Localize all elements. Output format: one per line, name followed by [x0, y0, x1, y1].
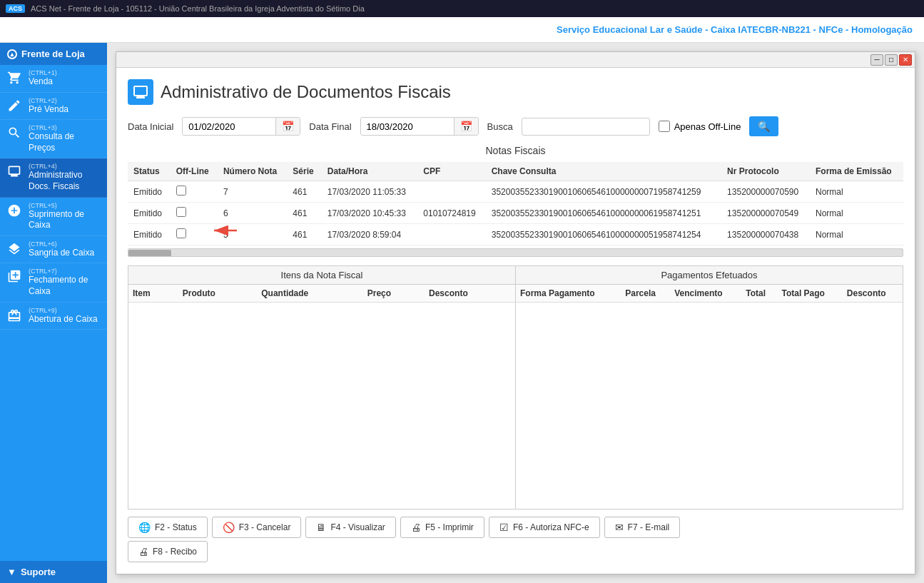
data-inicial-calendar-icon[interactable]: 📅 [275, 118, 300, 135]
administrativo-text: (CTRL+4) Administrativo Docs. Fiscais [29, 163, 100, 192]
cell-offline[interactable] [171, 224, 218, 245]
notas-fiscais-title: Notas Fiscais [128, 145, 903, 156]
cell-status: Emitido [128, 181, 171, 203]
search-icon [7, 126, 23, 141]
suprimento-text: (CTRL+5) Suprimento de Caixa [29, 202, 100, 231]
btn-f8[interactable]: 🖨 F8 - Recibo [128, 541, 208, 562]
btn-f3[interactable]: 🚫 F3 - Cancelar [212, 517, 302, 538]
cell-numero: 5 [218, 224, 287, 245]
btn-f7[interactable]: ✉ F7 - E-mail [604, 517, 681, 538]
btn-f2-label: F2 - Status [155, 522, 197, 532]
btn-f5[interactable]: 🖨 F5 - Imprimir [400, 517, 484, 538]
scrollbar-thumb[interactable] [128, 250, 171, 257]
app-header: Serviço Educacional Lar e Saúde - Caixa … [0, 17, 924, 43]
cell-chave: 3520035523301900106065461000000005195874… [486, 224, 721, 245]
venda-shortcut: (CTRL+1) [29, 69, 57, 76]
pg-col-vencimento: Vencimento [670, 285, 741, 303]
horizontal-scrollbar[interactable] [128, 248, 903, 257]
col-serie: Série [287, 162, 321, 181]
btn-f4-label: F4 - Visualizar [330, 522, 385, 532]
col-protocolo: Nr Protocolo [721, 162, 810, 181]
cell-serie: 461 [287, 224, 321, 245]
data-final-calendar-icon[interactable]: 📅 [454, 118, 478, 135]
close-button[interactable]: ✕ [899, 54, 912, 66]
imprimir-icon: 🖨 [411, 522, 421, 533]
cell-cpf [417, 181, 485, 203]
stack-icon [7, 269, 23, 285]
cell-offline[interactable] [171, 181, 218, 203]
cell-status: Emitido [128, 224, 171, 245]
cell-forma: Normal [810, 224, 903, 245]
sidebar-item-suprimento[interactable]: (CTRL+5) Suprimento de Caixa [0, 198, 107, 236]
bottom-panels: Itens da Nota Fiscal Item Produto Quanti… [128, 265, 903, 510]
table-row[interactable]: Emitido 6 461 17/03/2020 10:45:33 010107… [128, 203, 903, 224]
busca-input[interactable] [522, 118, 650, 136]
visualizar-icon: 🖥 [316, 522, 326, 533]
sidebar-item-sangria[interactable]: (CTRL+6) Sangria de Caixa [0, 236, 107, 264]
action-buttons-row2: 🖨 F8 - Recibo [128, 541, 903, 562]
sidebar-item-abertura[interactable]: (CTRL+9) Abertura de Caixa [0, 303, 107, 330]
sidebar-header-frente[interactable]: ▲ Frente de Loja [0, 43, 107, 65]
sangria-shortcut: (CTRL+6) [29, 240, 94, 248]
sidebar-item-venda[interactable]: (CTRL+1) Venda [0, 65, 107, 93]
col-cpf: CPF [417, 162, 485, 181]
busca-label: Busca [487, 121, 513, 132]
sangria-label: Sangria de Caixa [29, 248, 94, 259]
col-datahora: Data/Hora [322, 162, 418, 181]
col-offline: Off-Line [171, 162, 218, 181]
itens-panel: Itens da Nota Fiscal Item Produto Quanti… [128, 265, 515, 510]
btn-f3-label: F3 - Cancelar [239, 522, 291, 532]
data-final-label: Data Final [309, 121, 351, 132]
sidebar-item-prevenda[interactable]: (CTRL+2) Pré Venda [0, 93, 107, 121]
minimize-button[interactable]: ─ [870, 54, 883, 66]
abertura-text: (CTRL+9) Abertura de Caixa [29, 307, 98, 325]
consulta-shortcut: (CTRL+3) [29, 124, 100, 131]
btn-f4[interactable]: 🖥 F4 - Visualizar [305, 517, 395, 538]
monitor-icon [7, 164, 23, 180]
sidebar: ▲ Frente de Loja (CTRL+1) Venda (CTRL+2)… [0, 43, 107, 583]
cell-offline[interactable] [171, 203, 218, 224]
col-status: Status [128, 162, 171, 181]
data-inicial-wrap: 📅 [182, 117, 300, 136]
chevron-down-icon: ▼ [7, 567, 16, 577]
notas-fiscais-table-wrap: Status Off-Line Número Nota Série Data/H… [128, 162, 903, 245]
apenas-offline-checkbox[interactable] [659, 121, 670, 132]
cell-datahora: 17/03/2020 11:05:33 [322, 181, 418, 203]
table-row[interactable]: Emitido 7 461 17/03/2020 11:05:33 352003… [128, 181, 903, 203]
action-buttons: 🌐 F2 - Status 🚫 F3 - Cancelar 🖥 F4 - Vis… [128, 517, 903, 538]
data-final-input[interactable] [361, 118, 454, 135]
sidebar-item-administrativo[interactable]: (CTRL+4) Administrativo Docs. Fiscais [0, 158, 107, 197]
maximize-button[interactable]: □ [885, 54, 898, 66]
itens-panel-title: Itens da Nota Fiscal [128, 266, 515, 285]
filters-row: Data Inicial 📅 Data Final 📅 Busca Ape [128, 116, 903, 136]
cell-protocolo: 135200000070549 [721, 203, 810, 224]
btn-f6[interactable]: ☑ F6 - Autoriza NFC-e [489, 517, 600, 538]
suporte-label: Suporte [21, 567, 56, 577]
cell-numero: 7 [218, 181, 287, 203]
search-button[interactable]: 🔍 [749, 116, 778, 136]
prevenda-shortcut: (CTRL+2) [29, 97, 68, 104]
administrativo-shortcut: (CTRL+4) [29, 163, 100, 170]
page-title: Administrativo de Documentos Fiscais [161, 82, 451, 102]
pg-col-total: Total [741, 285, 777, 303]
sidebar-item-consulta[interactable]: (CTRL+3) Consulta de Preços [0, 120, 107, 158]
cell-serie: 461 [287, 203, 321, 224]
cell-chave: 3520035523301900106065461000000007195874… [486, 181, 721, 203]
email-icon: ✉ [615, 522, 624, 533]
sidebar-item-fechamento[interactable]: (CTRL+7) Fechamento de Caixa [0, 263, 107, 302]
pg-col-totalpago: Total Pago [777, 285, 842, 303]
data-inicial-label: Data Inicial [128, 121, 173, 132]
data-inicial-input[interactable] [183, 118, 275, 135]
window-body: Administrativo de Documentos Fiscais Dat… [116, 68, 915, 574]
btn-f2[interactable]: 🌐 F2 - Status [128, 517, 208, 538]
cell-cpf [417, 224, 485, 245]
btn-f8-label: F8 - Recibo [153, 547, 197, 557]
sidebar-footer-suporte[interactable]: ▼ Suporte [0, 561, 107, 583]
cell-serie: 461 [287, 181, 321, 203]
cell-cpf: 01010724819 [417, 203, 485, 224]
cart-icon [7, 71, 23, 86]
title-bar: ACS ACS Net - Frente de Loja - 105112 - … [0, 0, 924, 17]
prevenda-label: Pré Venda [29, 104, 68, 116]
table-row[interactable]: Emitido 5 461 17/03/2020 8:59:04 3520035… [128, 224, 903, 245]
monitor-title-icon [128, 79, 153, 105]
